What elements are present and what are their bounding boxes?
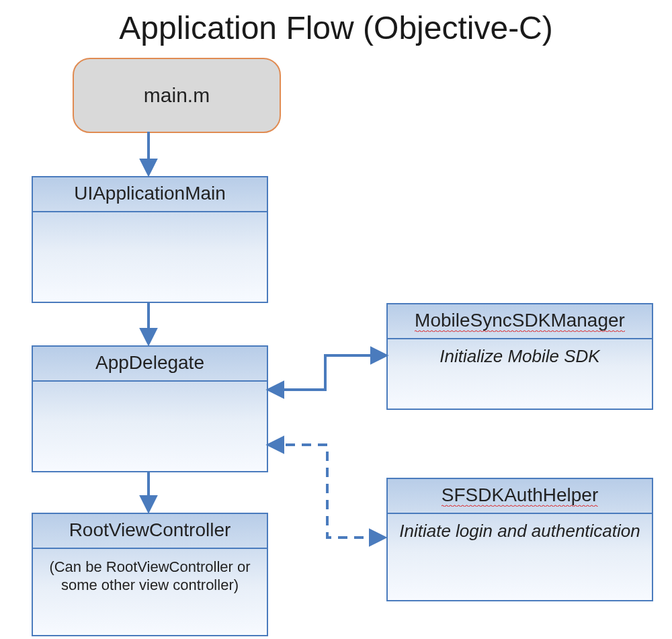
node-appdelegate-header: AppDelegate	[33, 347, 267, 382]
node-main-label: main.m	[144, 84, 210, 107]
node-uiapplicationmain: UIApplicationMain	[32, 176, 268, 303]
node-rootviewcontroller-header: RootViewController	[33, 514, 267, 549]
node-sfsdkauthhelper-header-text: SFSDKAuthHelper	[442, 484, 598, 507]
node-uiapplicationmain-header: UIApplicationMain	[33, 177, 267, 212]
node-mobilesyncsdkmanager: MobileSyncSDKManager Initialize Mobile S…	[386, 303, 653, 410]
node-rootviewcontroller-body: (Can be RootViewController or some other…	[33, 549, 267, 601]
node-appdelegate: AppDelegate	[32, 345, 268, 472]
node-mobilesyncsdkmanager-body: Initialize Mobile SDK	[388, 339, 652, 374]
node-sfsdkauthhelper: SFSDKAuthHelper Initiate login and authe…	[386, 478, 653, 601]
node-uiapplicationmain-body	[33, 212, 267, 226]
node-sfsdkauthhelper-body: Initiate login and authentication	[388, 514, 652, 548]
node-mobilesyncsdkmanager-header-text: MobileSyncSDKManager	[415, 310, 625, 332]
node-appdelegate-body	[33, 382, 267, 395]
arrow-appdel-auth	[269, 445, 384, 538]
node-sfsdkauthhelper-header: SFSDKAuthHelper	[388, 479, 652, 514]
node-main: main.m	[73, 58, 281, 133]
node-rootviewcontroller: RootViewController (Can be RootViewContr…	[32, 513, 268, 636]
diagram-title: Application Flow (Objective-C)	[0, 9, 672, 46]
node-mobilesyncsdkmanager-header: MobileSyncSDKManager	[388, 304, 652, 339]
arrow-mobilesync-appdel	[269, 355, 385, 390]
